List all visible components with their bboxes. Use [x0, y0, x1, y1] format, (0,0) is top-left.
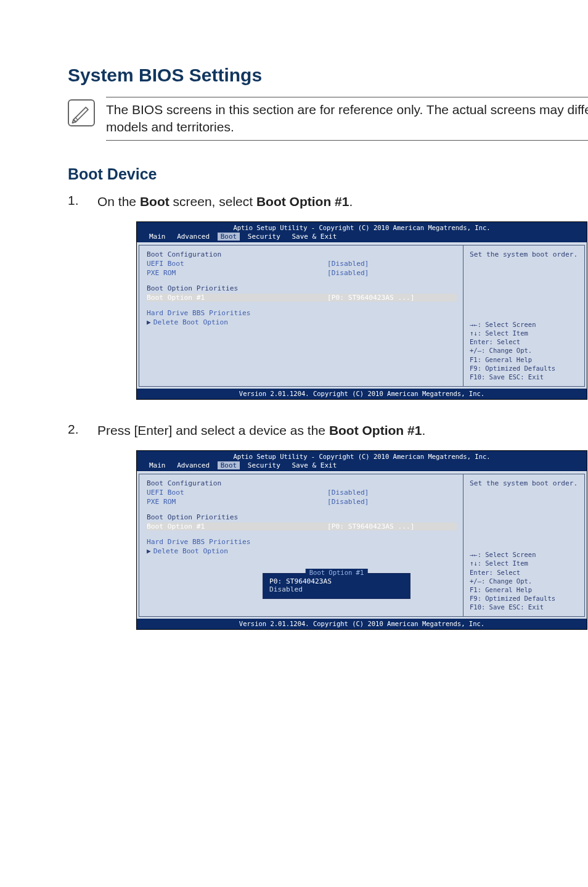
bios1-header: Aptio Setup Utility - Copyright (C) 2010… [137, 222, 587, 233]
bios1-uefi-boot-val: [Disabled] [327, 260, 457, 268]
step-1-body: On the Boot screen, select Boot Option #… [97, 193, 588, 210]
bios2-popup-opt1: P0: ST9640423AS [269, 577, 404, 585]
bios2-header: Aptio Setup Utility - Copyright (C) 2010… [137, 451, 587, 461]
bios2-popup-opt2: Disabled [269, 585, 404, 593]
bios1-boot-opt1-val: [P0: ST9640423AS ...] [327, 294, 457, 302]
bios-screenshot-1: Aptio Setup Utility - Copyright (C) 2010… [136, 221, 587, 400]
step-1-text-c: . [349, 194, 353, 208]
bios2-key-1: →←: Select Screen [470, 550, 578, 559]
note-icon [68, 99, 95, 126]
bios1-tab-save: Save & Exit [288, 233, 340, 241]
bios2-key-help: →←: Select Screen ↑↓: Select Item Enter:… [470, 550, 578, 611]
bios2-tab-boot: Boot [218, 461, 240, 469]
bios2-boot-opt1: Boot Option #1 [147, 522, 327, 530]
bios2-hd-bbs: Hard Drive BBS Priorities [147, 538, 457, 546]
section-title: System BIOS Settings [68, 65, 588, 86]
step-2-text-b: . [422, 423, 425, 437]
bios2-tab-main: Main [145, 461, 169, 469]
bios2-tab-advanced: Advanced [173, 461, 213, 469]
bios2-delete-boot: Delete Boot Option [153, 547, 457, 555]
bios2-pxe-rom-val: [Disabled] [327, 498, 457, 506]
bios2-key-6: F9: Optimized Defaults [470, 594, 578, 603]
bios1-key-7: F10: Save ESC: Exit [470, 373, 578, 381]
bios2-tab-bar: Main Advanced Boot Security Save & Exit [137, 461, 587, 471]
bios1-triangle-icon: ▶ [147, 318, 151, 326]
bios1-pxe-rom: PXE ROM [147, 269, 327, 277]
bios1-key-3: Enter: Select [470, 337, 578, 346]
step-1-number: 1. [68, 193, 81, 210]
bios2-boot-priorities: Boot Option Priorities [147, 513, 457, 521]
step-1-bold-a: Boot [140, 194, 169, 208]
bios1-boot-priorities: Boot Option Priorities [147, 284, 457, 292]
bios1-main-panel: Boot Configuration UEFI Boot[Disabled] P… [139, 245, 463, 387]
bios1-hd-bbs: Hard Drive BBS Priorities [147, 309, 457, 317]
bios1-key-5: F1: General Help [470, 355, 578, 364]
step-1-bold-b: Boot Option #1 [256, 194, 349, 208]
bios2-key-3: Enter: Select [470, 568, 578, 577]
note-callout: The BIOS screens in this section are for… [68, 97, 588, 141]
bios1-side-panel: Set the system boot order. →←: Select Sc… [463, 245, 585, 387]
bios2-popup: Boot Option #1 P0: ST9640423AS Disabled [263, 573, 410, 599]
bios2-pxe-rom: PXE ROM [147, 498, 327, 506]
bios2-boot-config: Boot Configuration [147, 479, 457, 487]
bios2-triangle-icon: ▶ [147, 547, 151, 555]
bios1-boot-opt1: Boot Option #1 [147, 294, 327, 302]
step-2-bold-a: Boot Option #1 [329, 423, 422, 437]
bios1-key-4: +/—: Change Opt. [470, 346, 578, 355]
bios2-popup-title: Boot Option #1 [306, 569, 368, 576]
bios1-tab-main: Main [145, 233, 169, 241]
bios1-key-2: ↑↓: Select Item [470, 329, 578, 337]
bios1-tab-boot: Boot [218, 233, 240, 241]
bios1-pxe-rom-val: [Disabled] [327, 269, 457, 277]
note-text-wrap: The BIOS screens in this section are for… [106, 97, 588, 141]
bios2-tab-security: Security [244, 461, 284, 469]
bios1-footer: Version 2.01.1204. Copyright (C) 2010 Am… [137, 389, 587, 399]
bios1-side-help: Set the system boot order. [470, 250, 578, 258]
bios2-side-panel: Set the system boot order. →←: Select Sc… [463, 474, 585, 617]
bios1-key-1: →←: Select Screen [470, 320, 578, 329]
bios1-tab-advanced: Advanced [173, 233, 213, 241]
bios1-delete-boot: Delete Boot Option [153, 318, 457, 326]
bios2-side-help: Set the system boot order. [470, 479, 578, 487]
bios2-uefi-boot: UEFI Boot [147, 489, 327, 497]
bios2-boot-opt1-val: [P0: ST9640423AS ...] [327, 522, 457, 530]
step-1: 1. On the Boot screen, select Boot Optio… [68, 193, 588, 210]
note-text: The BIOS screens in this section are for… [106, 101, 588, 136]
bios2-key-7: F10: Save ESC: Exit [470, 603, 578, 611]
bios1-tab-bar: Main Advanced Boot Security Save & Exit [137, 233, 587, 242]
bios1-key-6: F9: Optimized Defaults [470, 364, 578, 373]
step-2-text-a: Press [Enter] and select a device as the [97, 423, 329, 437]
step-1-text-b: screen, select [169, 194, 256, 208]
step-2: 2. Press [Enter] and select a device as … [68, 422, 588, 439]
bios2-key-4: +/—: Change Opt. [470, 577, 578, 585]
step-2-body: Press [Enter] and select a device as the… [97, 422, 588, 439]
bios2-uefi-boot-val: [Disabled] [327, 489, 457, 497]
bios2-tab-save: Save & Exit [288, 461, 340, 469]
bios2-key-5: F1: General Help [470, 585, 578, 594]
step-2-number: 2. [68, 422, 81, 439]
bios2-key-2: ↑↓: Select Item [470, 559, 578, 567]
bios1-uefi-boot: UEFI Boot [147, 260, 327, 268]
bios2-footer: Version 2.01.1204. Copyright (C) 2010 Am… [137, 619, 587, 629]
bios1-boot-config: Boot Configuration [147, 250, 457, 258]
sub-title: Boot Device [68, 165, 588, 183]
step-1-text-a: On the [97, 194, 140, 208]
bios-screenshot-2: Aptio Setup Utility - Copyright (C) 2010… [136, 450, 587, 630]
bios1-tab-security: Security [244, 233, 284, 241]
bios2-main-panel: Boot Configuration UEFI Boot[Disabled] P… [139, 474, 463, 617]
bios1-key-help: →←: Select Screen ↑↓: Select Item Enter:… [470, 320, 578, 381]
